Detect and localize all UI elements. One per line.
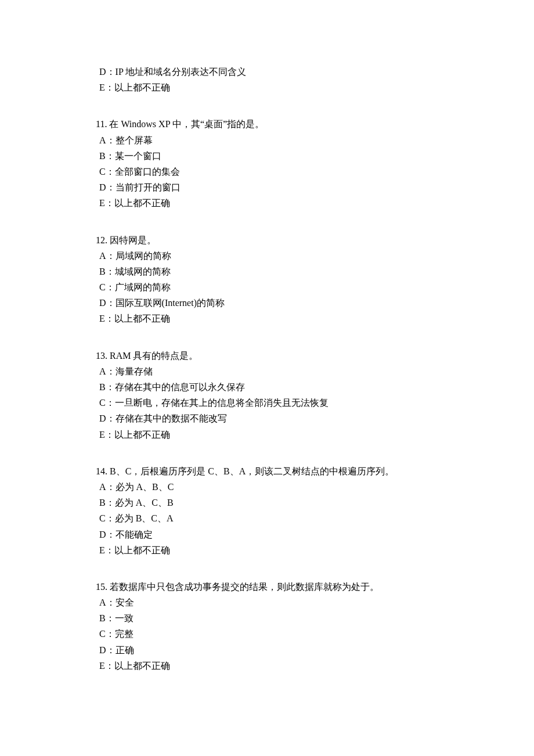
question-number: 11. xyxy=(96,119,107,129)
option-row: C：一旦断电，存储在其上的信息将全部消失且无法恢复 xyxy=(96,395,438,411)
option-row: E：以上都不正确 xyxy=(96,195,438,211)
option-text: 必为 A、C、B xyxy=(115,498,174,507)
question-13: 13. RAM 具有的特点是。 A：海量存储 B：存储在其中的信息可以永久保存 … xyxy=(96,348,438,442)
option-label: C xyxy=(99,513,106,523)
option-text: 一旦断电，存储在其上的信息将全部消失且无法恢复 xyxy=(115,398,329,408)
option-row: E：以上都不正确 xyxy=(96,80,438,95)
option-text: 当前打开的窗口 xyxy=(116,182,181,192)
option-text: 正确 xyxy=(116,645,134,655)
question-stem: 11. 在 Windows XP 中，其“桌面”指的是。 xyxy=(96,116,438,132)
option-label: A xyxy=(99,251,106,261)
option-label: B xyxy=(99,382,106,392)
option-label: E xyxy=(99,661,105,671)
option-row: E：以上都不正确 xyxy=(96,542,438,558)
question-15: 15. 若数据库中只包含成功事务提交的结果，则此数据库就称为处于。 A：安全 B… xyxy=(96,579,438,674)
question-stem: 12. 因特网是。 xyxy=(96,232,438,248)
option-label: B xyxy=(99,267,106,276)
option-label: B xyxy=(99,613,106,623)
option-text: 整个屏幕 xyxy=(116,135,153,145)
option-text: 以上都不正确 xyxy=(114,82,170,92)
option-row: A：海量存储 xyxy=(96,363,438,379)
option-row: B：某一个窗口 xyxy=(96,148,438,164)
option-label: D xyxy=(99,413,106,423)
option-label: E xyxy=(99,198,105,208)
option-row: D：存储在其中的数据不能改写 xyxy=(96,411,438,426)
option-text: 必为 B、C、A xyxy=(115,513,174,523)
question-number: 13. xyxy=(96,351,107,361)
option-label: E xyxy=(99,82,105,92)
option-label: D xyxy=(99,182,106,192)
question-number: 14. xyxy=(96,466,107,476)
option-row: D：不能确定 xyxy=(96,527,438,542)
option-text: 完整 xyxy=(115,629,134,639)
option-label: C xyxy=(99,167,106,177)
option-text: 城域网的简称 xyxy=(115,267,171,276)
option-label: A xyxy=(99,597,106,607)
option-label: D xyxy=(99,530,106,539)
option-label: B xyxy=(99,151,106,161)
question-stem: 15. 若数据库中只包含成功事务提交的结果，则此数据库就称为处于。 xyxy=(96,579,438,595)
option-label: D xyxy=(99,298,106,308)
option-label: E xyxy=(99,430,105,440)
question-number: 12. xyxy=(96,235,107,245)
option-text: 国际互联网(Internet)的简称 xyxy=(116,298,225,308)
option-row: A：必为 A、B、C xyxy=(96,479,438,495)
question-11: 11. 在 Windows XP 中，其“桌面”指的是。 A：整个屏幕 B：某一… xyxy=(96,116,438,211)
option-row: C：全部窗口的集会 xyxy=(96,164,438,179)
option-text: 安全 xyxy=(116,597,134,607)
option-label: A xyxy=(99,482,106,492)
option-text: 海量存储 xyxy=(116,366,153,376)
option-label: B xyxy=(99,498,106,507)
option-row: D：IP 地址和域名分别表达不同含义 xyxy=(96,64,438,80)
option-text: IP 地址和域名分别表达不同含义 xyxy=(116,67,247,77)
option-text: 一致 xyxy=(115,613,134,623)
option-row: A：安全 xyxy=(96,595,438,610)
option-text: 必为 A、B、C xyxy=(116,482,174,492)
option-text: 以上都不正确 xyxy=(114,430,170,440)
option-label: C xyxy=(99,629,106,639)
option-row: C：广域网的简称 xyxy=(96,279,438,295)
option-row: D：当前打开的窗口 xyxy=(96,179,438,195)
option-row: B：存储在其中的信息可以永久保存 xyxy=(96,379,438,395)
option-label: D xyxy=(99,645,106,655)
option-row: C：完整 xyxy=(96,626,438,642)
option-label: A xyxy=(99,366,106,376)
option-label: E xyxy=(99,545,105,555)
option-text: 广域网的简称 xyxy=(115,282,171,292)
option-label: C xyxy=(99,398,106,408)
option-row: B：城域网的简称 xyxy=(96,264,438,279)
question-text: 若数据库中只包含成功事务提交的结果，则此数据库就称为处于。 xyxy=(107,582,379,592)
question-stem: 14. B、C，后根遍历序列是 C、B、A，则该二叉树结点的中根遍历序列。 xyxy=(96,463,438,479)
option-text: 存储在其中的信息可以永久保存 xyxy=(115,382,245,392)
page-container: D：IP 地址和域名分别表达不同含义 E：以上都不正确 11. 在 Window… xyxy=(0,0,534,756)
option-row: C：必为 B、C、A xyxy=(96,510,438,526)
question-text: 在 Windows XP 中，其“桌面”指的是。 xyxy=(107,119,264,129)
question-stem: 13. RAM 具有的特点是。 xyxy=(96,348,438,363)
question-text: 因特网是。 xyxy=(107,235,156,245)
leading-options-block: D：IP 地址和域名分别表达不同含义 E：以上都不正确 xyxy=(96,64,438,95)
option-text: 存储在其中的数据不能改写 xyxy=(116,413,227,423)
option-label: C xyxy=(99,282,106,292)
question-number: 15. xyxy=(96,582,107,592)
option-row: E：以上都不正确 xyxy=(96,311,438,326)
option-text: 某一个窗口 xyxy=(115,151,161,161)
option-text: 以上都不正确 xyxy=(114,198,170,208)
option-text: 局域网的简称 xyxy=(116,251,171,261)
option-row: B：必为 A、C、B xyxy=(96,495,438,510)
option-text: 以上都不正确 xyxy=(114,545,170,555)
option-label: D xyxy=(99,67,106,77)
option-row: E：以上都不正确 xyxy=(96,658,438,674)
option-text: 不能确定 xyxy=(116,530,153,539)
question-text: RAM 具有的特点是。 xyxy=(107,351,198,361)
question-text: B、C，后根遍历序列是 C、B、A，则该二叉树结点的中根遍历序列。 xyxy=(107,466,394,476)
option-row: D：国际互联网(Internet)的简称 xyxy=(96,295,438,311)
option-row: E：以上都不正确 xyxy=(96,427,438,442)
question-14: 14. B、C，后根遍历序列是 C、B、A，则该二叉树结点的中根遍历序列。 A：… xyxy=(96,463,438,558)
option-text: 以上都不正确 xyxy=(114,661,170,671)
option-text: 以上都不正确 xyxy=(114,314,170,323)
option-label: A xyxy=(99,135,106,145)
option-row: D：正确 xyxy=(96,642,438,658)
option-row: B：一致 xyxy=(96,610,438,626)
option-text: 全部窗口的集会 xyxy=(115,167,180,177)
option-row: A：局域网的简称 xyxy=(96,248,438,264)
